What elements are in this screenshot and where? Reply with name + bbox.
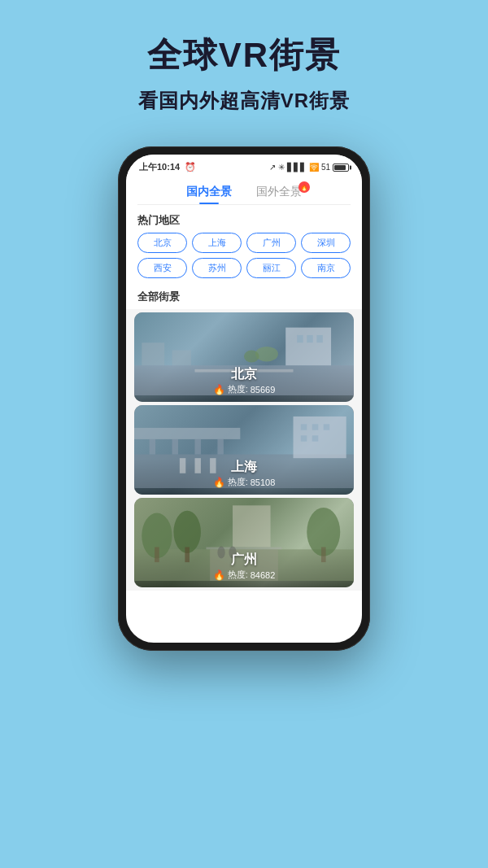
tab-domestic[interactable]: 国内全景	[186, 185, 232, 204]
scene-card-beijing[interactable]: 北京 🔥 热度: 85669	[134, 312, 354, 402]
hot-section-title: 热门地区	[126, 205, 362, 233]
region-tag-nanjing[interactable]: 南京	[301, 258, 351, 278]
status-icons: ↗ ✳ ▋▋▋ 🛜 51	[269, 163, 349, 172]
header-section: 全球VR街景 看国内外超高清VR街景	[0, 0, 488, 130]
scene-heat-shanghai: 🔥 热度: 85108	[134, 476, 354, 488]
sub-title: 看国内外超高清VR街景	[16, 88, 472, 114]
status-bar: 上午10:14 ⏰ ↗ ✳ ▋▋▋ 🛜 51	[126, 155, 362, 177]
svg-rect-23	[301, 435, 307, 441]
svg-rect-3	[297, 335, 303, 342]
svg-rect-22	[324, 424, 329, 430]
svg-rect-21	[312, 424, 318, 430]
svg-point-9	[244, 351, 259, 363]
svg-rect-34	[206, 547, 281, 550]
scenes-list: 北京 🔥 热度: 85669	[126, 309, 362, 591]
svg-rect-2	[285, 328, 331, 366]
status-time: 上午10:14 ⏰	[139, 161, 196, 173]
scene-name-shanghai: 上海	[134, 459, 354, 476]
svg-rect-16	[172, 439, 178, 455]
svg-rect-7	[172, 351, 191, 366]
phone-wrapper: 上午10:14 ⏰ ↗ ✳ ▋▋▋ 🛜 51 国内全景	[0, 146, 488, 651]
phone-screen: 上午10:14 ⏰ ↗ ✳ ▋▋▋ 🛜 51 国内全景	[126, 155, 362, 643]
all-scenes-title: 全部街景	[126, 285, 362, 309]
svg-point-8	[255, 347, 278, 362]
signal-icon: ▋▋▋	[287, 163, 307, 172]
tab-badge: 🔥	[298, 181, 310, 193]
scene-heat-guangzhou: 🔥 热度: 84682	[134, 569, 354, 581]
scene-info-beijing: 北京 🔥 热度: 85669	[134, 366, 354, 395]
scene-info-guangzhou: 广州 🔥 热度: 84682	[134, 552, 354, 581]
tab-overseas[interactable]: 国外全景 🔥	[256, 185, 302, 204]
wifi-icon: 🛜	[309, 163, 319, 172]
scene-info-shanghai: 上海 🔥 热度: 85108	[134, 459, 354, 488]
region-tag-suzhou[interactable]: 苏州	[192, 258, 242, 278]
clock-icon: ⏰	[185, 162, 196, 172]
battery-display: 51	[321, 163, 349, 172]
bluetooth-icon: ✳	[278, 163, 285, 172]
navigation-icon: ↗	[269, 163, 276, 172]
svg-rect-5	[316, 335, 322, 342]
scene-heat-beijing: 🔥 热度: 85669	[134, 383, 354, 395]
svg-point-29	[173, 511, 201, 553]
scene-card-guangzhou[interactable]: 广州 🔥 热度: 84682	[134, 498, 354, 587]
region-tag-beijing[interactable]: 北京	[137, 233, 187, 253]
region-tag-shanghai[interactable]: 上海	[192, 233, 242, 253]
tabs-section: 国内全景 国外全景 🔥	[126, 177, 362, 204]
svg-rect-17	[194, 439, 200, 455]
region-tag-guangzhou[interactable]: 广州	[246, 233, 296, 253]
svg-rect-14	[134, 428, 240, 439]
region-grid: 北京 上海 广州 深圳 西安 苏州 丽江 南京	[126, 233, 362, 285]
svg-rect-18	[217, 439, 223, 455]
svg-rect-24	[312, 435, 318, 441]
region-tag-shenzhen[interactable]: 深圳	[301, 233, 351, 253]
svg-rect-33	[233, 505, 271, 547]
main-title: 全球VR街景	[16, 33, 472, 78]
fire-icon-2: 🔥	[213, 477, 225, 488]
fire-icon: 🔥	[213, 384, 225, 395]
svg-rect-4	[307, 335, 312, 342]
phone-outer: 上午10:14 ⏰ ↗ ✳ ▋▋▋ 🛜 51 国内全景	[118, 146, 370, 651]
scene-card-shanghai[interactable]: 上海 🔥 热度: 85108	[134, 405, 354, 495]
scene-name-guangzhou: 广州	[134, 552, 354, 569]
region-tag-xian[interactable]: 西安	[137, 258, 187, 278]
fire-icon-3: 🔥	[213, 569, 225, 581]
svg-rect-6	[142, 342, 164, 365]
svg-rect-15	[150, 439, 155, 455]
scene-name-beijing: 北京	[134, 366, 354, 383]
svg-rect-20	[301, 424, 307, 430]
region-tag-lijiang[interactable]: 丽江	[246, 258, 296, 278]
